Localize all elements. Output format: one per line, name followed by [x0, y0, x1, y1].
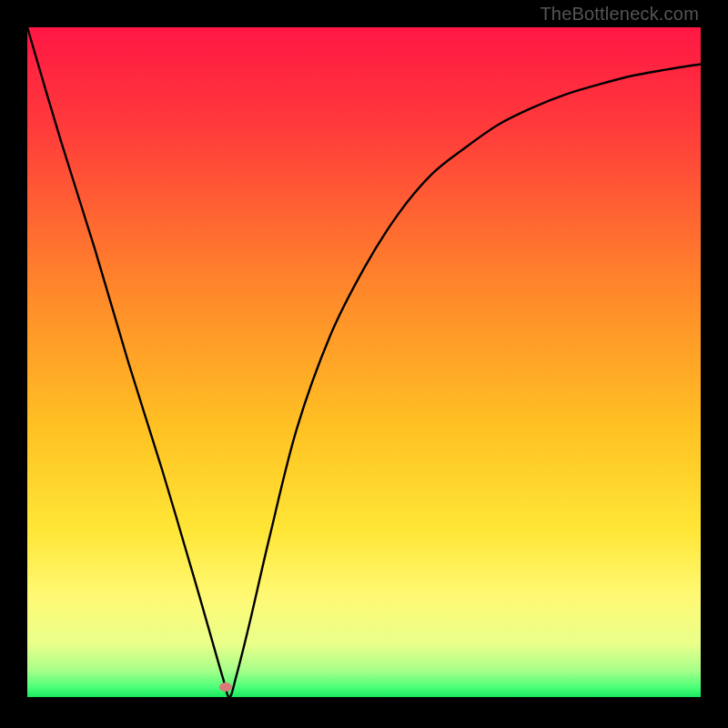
minimum-marker: [219, 682, 232, 692]
bottleneck-curve: [27, 27, 701, 697]
attribution-text: TheBottleneck.com: [540, 4, 699, 25]
plot-area: [27, 27, 701, 697]
chart-container: TheBottleneck.com: [0, 0, 728, 728]
